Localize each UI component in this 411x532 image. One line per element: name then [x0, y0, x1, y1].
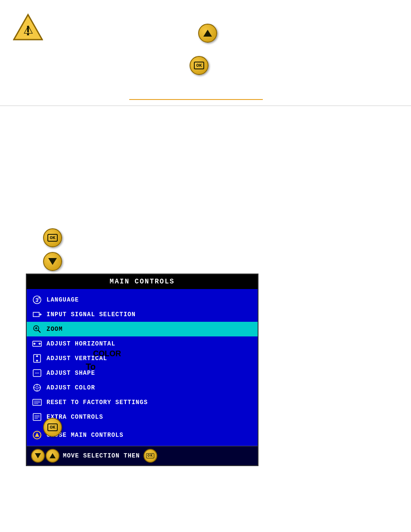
horizontal-label: ADJUST HORIZONTAL — [47, 340, 115, 347]
osd-item-input-signal[interactable]: INPUT SIGNAL SELECTION — [27, 307, 258, 322]
extra-icon — [32, 412, 42, 422]
osd-item-horizontal[interactable]: ADJUST HORIZONTAL — [27, 336, 258, 351]
ok-footer-label: OK — [146, 453, 154, 458]
ok-button-mid[interactable]: OK — [43, 228, 62, 247]
svg-marker-22 — [36, 360, 38, 362]
osd-item-zoom[interactable]: ZOOM — [27, 322, 258, 336]
horizontal-divider — [0, 106, 411, 106]
up-nav-icon — [46, 449, 59, 463]
zoom-label: ZOOM — [47, 326, 63, 333]
color-label-item: ADJUST COLOR — [47, 384, 95, 391]
language-icon: 3 ? — [32, 295, 42, 305]
ok-footer-icon: OK — [143, 449, 157, 463]
svg-point-26 — [36, 386, 38, 389]
color-adjust-icon — [32, 383, 42, 393]
to-text: To — [86, 362, 96, 372]
svg-marker-21 — [36, 355, 38, 357]
svg-line-10 — [38, 330, 40, 333]
svg-marker-17 — [39, 342, 41, 345]
ok-label-bottom: OK — [47, 423, 57, 431]
orange-line — [129, 99, 263, 100]
svg-text:⚠: ⚠ — [23, 23, 33, 36]
ok-button-top[interactable]: OK — [190, 56, 209, 75]
language-label: LANGUAGE — [47, 296, 79, 303]
osd-footer: MOVE SELECTION THEN OK — [27, 446, 258, 465]
horizontal-icon — [32, 339, 42, 349]
svg-text:?: ? — [38, 297, 40, 301]
svg-marker-40 — [35, 432, 39, 437]
svg-marker-16 — [33, 342, 35, 345]
warning-icon: ! ⚠ — [13, 13, 43, 41]
vertical-icon — [32, 353, 42, 364]
color-text: COLOR — [93, 349, 121, 358]
osd-item-vertical[interactable]: ADJUST VERTICAL — [27, 351, 258, 366]
close-menu-icon — [32, 430, 42, 440]
down-nav-icon — [31, 449, 45, 463]
down-arrow-button[interactable] — [43, 252, 62, 271]
zoom-icon — [32, 324, 42, 334]
ok-label-top: OK — [194, 62, 204, 69]
factory-icon — [32, 397, 42, 408]
ok-button-bottom[interactable]: OK — [43, 418, 62, 437]
nav-buttons-footer — [31, 449, 59, 463]
osd-item-language[interactable]: 3 ? LANGUAGE — [27, 292, 258, 307]
osd-menu: MAIN CONTROLS 3 ? LANGUAGE IN — [26, 274, 258, 466]
shape-icon — [32, 368, 42, 378]
svg-marker-8 — [40, 313, 42, 316]
factory-label: RESET TO FACTORY SETTINGS — [47, 399, 148, 406]
footer-label: MOVE SELECTION THEN — [63, 452, 140, 459]
osd-item-factory[interactable]: RESET TO FACTORY SETTINGS — [27, 395, 258, 410]
svg-rect-6 — [33, 312, 39, 317]
input-signal-icon — [32, 309, 42, 320]
osd-item-color[interactable]: ADJUST COLOR — [27, 380, 258, 395]
ok-label-mid: OK — [47, 234, 57, 242]
up-arrow-button[interactable] — [198, 24, 217, 43]
osd-item-shape[interactable]: ADJUST SHAPE — [27, 366, 258, 380]
input-signal-label: INPUT SIGNAL SELECTION — [47, 311, 136, 318]
osd-title: MAIN CONTROLS — [27, 274, 258, 289]
